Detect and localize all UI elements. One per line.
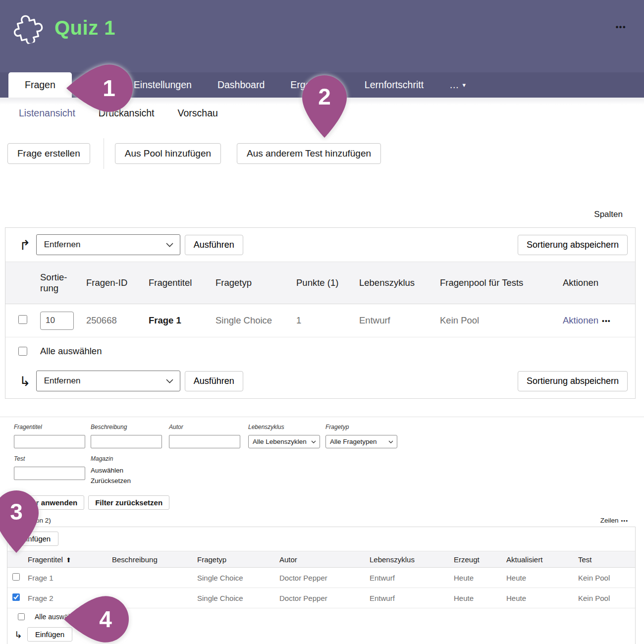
magazin-reset-link[interactable]: Zurücksetzen [91,477,131,484]
annotation-marker-3: 3 [0,490,39,555]
select-all-label-top[interactable]: Alle auswählen [40,346,102,357]
reset-filter-button[interactable]: Filter zurücksetzen [88,495,169,510]
sorting-order-input[interactable] [40,312,74,330]
col-lebenszyklus: Lebenszyklus [370,555,454,564]
table-toolbar-bottom: ↳ Entfernen Ausführen Sortierung abspeic… [5,365,635,398]
filter-fragentitel: Fragentitel [14,424,91,448]
bulk-action-value: Entfernen [44,240,81,250]
filter-buttons: Filter anwenden Filter zurücksetzen [14,495,644,510]
lifecycle-cell: Entwurf [359,315,440,326]
filter-test: Test [14,455,91,487]
filter-lebenszyklus-select[interactable]: Alle Lebenszyklen [248,435,320,448]
filter-fragetyp-select[interactable]: Alle Fragetypen [325,435,397,448]
result-row-checkbox[interactable] [12,573,20,581]
annotation-marker-2: 2 [302,75,347,140]
chevron-down-icon [388,440,393,443]
filter-lebenszyklus-label: Lebenszyklus [248,424,325,430]
result-row: Frage 1 Single Choice Doctor Pepper Entw… [7,568,635,588]
filter-fragetyp-label: Fragetyp [325,424,403,430]
filter-magazin-label: Magazin [91,455,131,462]
filter-autor-input[interactable] [169,435,240,448]
col-beschreibung: Beschreibung [112,555,197,564]
create-question-button[interactable]: Frage erstellen [7,143,90,164]
brand: Quiz 1 [12,12,630,44]
filter-beschreibung-input[interactable] [91,435,162,448]
marker-number: 2 [302,75,347,118]
select-all-row-top: Alle auswählen [5,337,635,365]
tab-fragen[interactable]: Fragen [8,72,72,98]
updated-cell: Heute [506,594,578,602]
rows-link[interactable]: Zeilen [600,517,619,524]
result-row-checkbox[interactable] [12,593,20,601]
columns-settings-row: Spalten [0,210,644,219]
col-test: Test [578,555,635,564]
tab-more-label: … [449,79,459,91]
type-cell: Single Choice [197,574,279,582]
author-cell: Doctor Pepper [279,574,370,582]
chevron-down-icon: ▾ [463,81,466,89]
add-from-test-button[interactable]: Aus anderem Test hinzufügen [237,143,381,164]
subtab-vorschau[interactable]: Vorschau [178,107,218,119]
bulk-action-select-bottom[interactable]: Entfernen [36,371,180,391]
question-table-panel: ↱ Entfernen Ausführen Sortierung abspeic… [5,227,636,399]
results-meta-row: (1 - 2 von 2) Zeilen••• [15,517,628,524]
filter-row-1: Fragentitel Beschreibung Autor Lebenszyk… [14,424,644,448]
filter-fragentitel-input[interactable] [14,435,85,448]
results-table-header: Fragentitel⬆ Beschreibung Fragetyp Autor… [7,551,635,568]
question-table-header: Sortie-rung Fragen-ID Fragentitel Fraget… [5,262,635,304]
marker-number: 3 [0,490,39,533]
type-cell: Single Choice [197,594,279,602]
filter-lebenszyklus: Lebenszyklus Alle Lebenszyklen [248,424,325,448]
question-row-checkbox[interactable] [18,315,27,324]
question-title-cell: Frage 1 [149,315,215,326]
save-sorting-button-bottom[interactable]: Sortierung abspeichern [518,371,628,391]
row-checkbox-cell [12,573,28,582]
col-erzeugt: Erzeugt [454,555,506,564]
col-lebenszyklus: Lebenszyklus [359,277,440,288]
magazin-select-link[interactable]: Auswählen [91,467,131,474]
col-fragen-id: Fragen-ID [86,277,149,288]
col-punkte: Punkte (1) [296,277,359,288]
select-all-checkbox-top[interactable] [18,347,27,356]
actions-more-icon[interactable]: ••• [602,317,611,325]
rows-settings[interactable]: Zeilen••• [600,517,628,524]
lifecycle-cell: Entwurf [370,574,454,582]
col-fragetyp: Fragetyp [197,555,279,564]
question-row: 250668 Frage 1 Single Choice 1 Entwurf K… [5,304,635,337]
col-aktionen: Aktionen [563,277,628,288]
save-sorting-button-top[interactable]: Sortierung abspeichern [518,235,628,255]
pool-cell: Kein Pool [440,315,563,326]
lifecycle-cell: Entwurf [370,594,454,602]
filter-fragetyp-value: Alle Fragetypen [330,438,377,445]
tab-lernfortschritt[interactable]: Lernfortschritt [352,72,436,98]
bulk-action-value-bottom: Entfernen [44,376,81,386]
select-all-checkbox-results[interactable] [18,613,25,620]
tab-dashboard[interactable]: Dashboard [205,72,277,98]
header-more-icon[interactable]: ••• [616,23,626,32]
rows-more-icon[interactable]: ••• [621,518,628,524]
sorting-cell [40,312,86,330]
filter-test-input[interactable] [14,467,85,480]
tab-more[interactable]: … ▾ [436,72,479,98]
divider [104,138,104,169]
add-from-pool-button[interactable]: Aus Pool hinzufügen [115,143,221,164]
columns-link[interactable]: Spalten [594,210,623,219]
chevron-down-icon [166,243,173,247]
filter-autor: Autor [169,424,248,448]
filter-beschreibung-label: Beschreibung [91,424,169,430]
actions-link[interactable]: Aktionen [563,315,598,325]
tab-einstellungen[interactable]: Einstellungen [121,72,205,98]
filter-beschreibung: Beschreibung [91,424,169,448]
filter-magazin: Magazin Auswählen Zurücksetzen [91,455,131,487]
bulk-action-select-top[interactable]: Entfernen [36,234,180,255]
execute-button-bottom[interactable]: Ausführen [185,371,243,391]
execute-button-top[interactable]: Ausführen [185,235,243,255]
col-fragetyp: Fragetyp [215,277,296,288]
filter-test-label: Test [14,455,91,462]
col-fragentitel-label[interactable]: Fragentitel [28,555,63,564]
created-cell: Heute [454,594,506,602]
col-sortierung: Sortie-rung [40,272,72,294]
test-cell: Kein Pool [578,574,635,582]
title-cell: Frage 1 [28,574,112,582]
annotation-marker-1: 1 [66,64,133,114]
